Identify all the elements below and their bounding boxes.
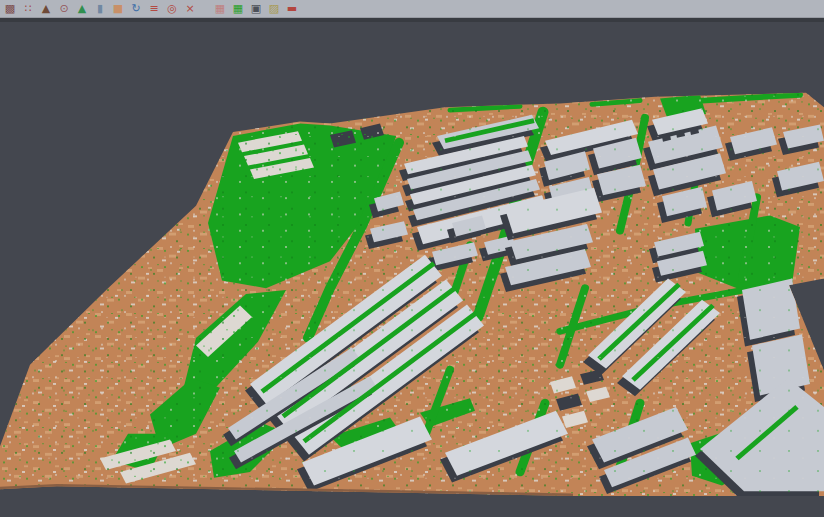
terrain-hill-icon: ▲: [38, 1, 54, 16]
toolbar: ▩ ∷ ▲ ⊙ ▲ ▮ ■ ↻ ≡ ◎ × ▦ ▦ ▣ ▨ ▬: [0, 0, 824, 18]
vegetation-class-icon: ▲: [74, 1, 90, 16]
terrain-hill-button[interactable]: ▲: [38, 1, 54, 16]
fit-extents-button[interactable]: ×: [182, 1, 198, 16]
classification-map-button[interactable]: ▦: [230, 1, 246, 16]
profile-lines-button[interactable]: ≡: [146, 1, 162, 16]
camera-view-icon: ▣: [248, 1, 264, 16]
grid-cells-button[interactable]: ▦: [212, 1, 228, 16]
ground-class-button[interactable]: ■: [110, 1, 126, 16]
app-window: ▩ ∷ ▲ ⊙ ▲ ▮ ■ ↻ ≡ ◎ × ▦ ▦ ▣ ▨ ▬: [0, 0, 824, 517]
target-circle-icon: ◎: [164, 1, 180, 16]
point-cloud-render: [0, 22, 824, 517]
rotate-view-icon: ↻: [128, 1, 144, 16]
select-grid-button[interactable]: ▩: [2, 1, 18, 16]
roof-speckle: [0, 22, 824, 517]
points-tool-button[interactable]: ∷: [20, 1, 36, 16]
measure-area-icon: ▨: [266, 1, 282, 16]
viewport-3d[interactable]: [0, 22, 824, 517]
clip-box-button[interactable]: ▬: [284, 1, 300, 16]
profile-lines-icon: ≡: [146, 1, 162, 16]
points-tool-icon: ∷: [20, 1, 36, 16]
section-view-button[interactable]: ▮: [92, 1, 108, 16]
ground-class-icon: ■: [110, 1, 126, 16]
classification-map-icon: ▦: [230, 1, 246, 16]
measure-area-button[interactable]: ▨: [266, 1, 282, 16]
rotate-view-button[interactable]: ↻: [128, 1, 144, 16]
camera-view-button[interactable]: ▣: [248, 1, 264, 16]
target-circle-button[interactable]: ◎: [164, 1, 180, 16]
select-grid-icon: ▩: [2, 1, 18, 16]
vegetation-class-button[interactable]: ▲: [74, 1, 90, 16]
section-view-icon: ▮: [92, 1, 108, 16]
grid-cells-icon: ▦: [212, 1, 228, 16]
fit-extents-icon: ×: [182, 1, 198, 16]
clip-box-icon: ▬: [284, 1, 300, 16]
point-target-icon: ⊙: [56, 1, 72, 16]
point-target-button[interactable]: ⊙: [56, 1, 72, 16]
